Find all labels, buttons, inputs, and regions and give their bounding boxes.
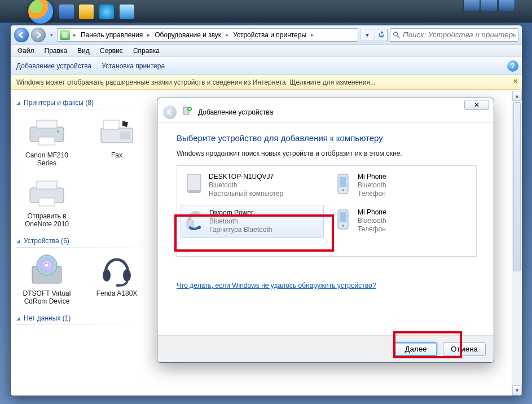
disc-drive-icon (27, 253, 67, 287)
svg-point-29 (342, 225, 344, 227)
cmd-add-device[interactable]: Добавление устройства (16, 62, 91, 70)
device-name: Divoom Power (209, 209, 272, 217)
menu-edit[interactable]: Правка (40, 46, 72, 56)
device-item-phone-2[interactable]: Mi Phone Bluetooth Телефон (329, 205, 473, 238)
add-device-wizard: ✕ Добавление устройства Выберите устройс… (157, 98, 494, 363)
breadcrumb-seg-2[interactable]: Устройства и принтеры (231, 31, 309, 39)
svg-rect-11 (39, 198, 55, 206)
cancel-button[interactable]: Отмена (443, 342, 486, 356)
refresh-button[interactable] (375, 29, 388, 41)
device-proto: Bluetooth (358, 217, 386, 225)
breadcrumb-sep: ▸ (146, 32, 151, 38)
menu-view[interactable]: Вид (73, 46, 94, 56)
device-proto: Bluetooth (209, 181, 283, 190)
device-fax[interactable]: Fax (89, 115, 145, 167)
taskbar-pin-4[interactable] (120, 5, 134, 19)
menu-tools[interactable]: Сервис (95, 46, 127, 56)
phone-icon (333, 208, 353, 231)
taskbar-pin-2[interactable] (79, 5, 94, 19)
next-button[interactable]: Далее (394, 342, 437, 356)
search-input[interactable] (390, 28, 518, 42)
scroll-thumb[interactable] (513, 102, 521, 271)
info-bar[interactable]: Windows может отображать расширенные зна… (11, 75, 522, 90)
wizard-help-link[interactable]: Что делать, если Windows не удалось обна… (177, 282, 376, 289)
group-title: Устройства (6) (24, 237, 69, 245)
info-bar-close[interactable]: × (513, 77, 517, 85)
close-icon: ✕ (474, 101, 480, 109)
start-orb[interactable] (28, 0, 53, 24)
svg-point-5 (57, 130, 59, 133)
wizard-heading: Выберите устройство для добавления к ком… (177, 133, 477, 143)
breadcrumb[interactable]: ▸ Панель управления ▸ Оборудование и зву… (57, 28, 358, 42)
device-onenote[interactable]: Отправить в OneNote 2010 (19, 176, 75, 228)
collapse-icon: ◢ (16, 100, 20, 106)
nav-back-button[interactable] (14, 28, 29, 42)
device-label: Отправить в OneNote 2010 (19, 212, 75, 228)
device-add-icon (182, 106, 192, 118)
wizard-back-button[interactable] (163, 106, 177, 119)
device-headset[interactable]: Fenda A180X (89, 253, 145, 305)
group-printers-header[interactable]: ◢ Принтеры и факсы (8) (16, 99, 156, 107)
menu-file[interactable]: Файл (13, 46, 39, 56)
wizard-title: Добавление устройства (198, 108, 273, 116)
vertical-scrollbar[interactable]: ▲ ▼ (512, 91, 522, 396)
device-item-phone[interactable]: Mi Phone Bluetooth Телефон (329, 169, 473, 201)
breadcrumb-sep: ▸ (310, 32, 315, 38)
nav-history-dropdown[interactable]: ▾ (48, 30, 55, 40)
breadcrumb-sep: ▸ (225, 32, 230, 38)
device-printer[interactable]: Canon MF210 Series (19, 115, 75, 167)
scroll-down-button[interactable]: ▼ (512, 385, 522, 396)
group-devices-header[interactable]: ◢ Устройства (6) (16, 237, 156, 245)
device-proto: Bluetooth (209, 217, 272, 226)
group-title: Нет данных (1) (24, 314, 71, 322)
svg-rect-23 (340, 177, 346, 187)
device-type: Настольный компьютер (209, 190, 283, 198)
device-item-headset[interactable]: Divoom Power Bluetooth Гарнитура Bluetoo… (181, 205, 324, 238)
group-nodata-header[interactable]: ◢ Нет данных (1) (16, 314, 156, 322)
headset-icon (96, 253, 137, 287)
svg-rect-0 (62, 32, 68, 38)
scroll-up-button[interactable]: ▲ (512, 91, 522, 101)
svg-rect-8 (120, 131, 130, 139)
dialog-close-button[interactable]: ✕ (464, 100, 489, 110)
device-item-desktop[interactable]: DESKTOP-N1UQVJ7 Bluetooth Настольный ком… (181, 169, 324, 201)
breadcrumb-seg-1[interactable]: Оборудование и звук (152, 31, 223, 39)
svg-rect-10 (37, 181, 57, 189)
taskbar-pin-3[interactable] (99, 5, 114, 19)
address-dropdown[interactable]: ▾ (360, 29, 373, 41)
computer-icon (184, 173, 204, 195)
svg-point-1 (394, 32, 398, 36)
svg-rect-7 (103, 120, 119, 129)
window-minimize[interactable] (463, 0, 480, 11)
device-list: DESKTOP-N1UQVJ7 Bluetooth Настольный ком… (177, 165, 477, 257)
nav-forward-button[interactable] (31, 28, 46, 42)
phone-icon (333, 173, 353, 195)
printer-icon (27, 176, 67, 210)
cmd-add-printer[interactable]: Установка принтера (102, 62, 165, 70)
svg-point-15 (103, 269, 111, 282)
help-button[interactable]: ? (507, 60, 518, 72)
svg-point-14 (45, 263, 49, 267)
device-label: Fenda A180X (96, 289, 138, 297)
device-type: Телефон (358, 190, 386, 198)
window-close[interactable] (498, 0, 515, 11)
wizard-header: Добавление устройства (157, 102, 494, 123)
menu-help[interactable]: Справка (129, 46, 164, 56)
taskbar-pin-1[interactable] (59, 5, 74, 19)
svg-rect-28 (340, 212, 346, 222)
wizard-subheading: Windows продолжит поиск новых устройств … (177, 150, 477, 157)
breadcrumb-seg-0[interactable]: Панель управления (78, 31, 145, 39)
device-cdrom[interactable]: DTSOFT Virtual CdRom Device (19, 253, 75, 305)
svg-rect-21 (188, 190, 200, 193)
breadcrumb-sep: ▸ (72, 32, 77, 38)
window-maximize[interactable] (481, 0, 498, 11)
info-bar-text: Windows может отображать расширенные зна… (16, 78, 376, 86)
device-label: Canon MF210 Series (19, 151, 75, 167)
collapse-icon: ◢ (16, 238, 20, 244)
menu-bar: Файл Правка Вид Сервис Справка (11, 45, 522, 57)
svg-rect-4 (39, 137, 55, 145)
group-title: Принтеры и факсы (8) (24, 99, 94, 107)
wizard-footer: Далее Отмена (157, 335, 494, 362)
svg-rect-20 (187, 174, 201, 192)
svg-point-17 (116, 284, 120, 287)
